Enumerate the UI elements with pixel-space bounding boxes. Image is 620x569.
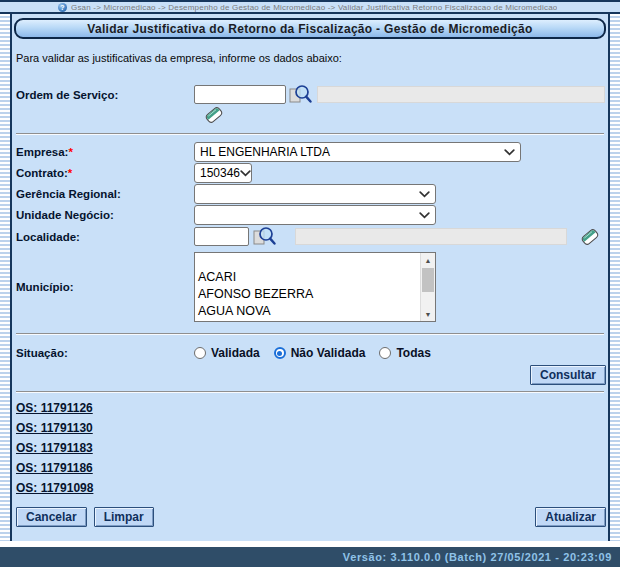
chevron-down-icon	[240, 170, 251, 177]
radio-option-nao-validada[interactable]: Não Validada	[274, 346, 366, 360]
ordem-servico-label: Ordem de Serviço:	[14, 84, 194, 101]
radio-option-validada[interactable]: Validada	[194, 346, 260, 360]
radio-option-todas[interactable]: Todas	[379, 346, 430, 360]
instruction-text: Para validar as justificativas da empres…	[16, 52, 606, 64]
municipio-row: Município: ACARI AFONSO BEZERRA AGUA NOV…	[14, 252, 606, 322]
ordem-servico-input[interactable]	[194, 85, 286, 104]
localidade-input[interactable]	[194, 227, 249, 246]
radio-selected-icon[interactable]	[274, 347, 286, 359]
situacao-row: Situação: Validada Não Validada Todas	[14, 343, 606, 363]
gerencia-regional-select[interactable]	[194, 184, 436, 204]
municipio-option[interactable]	[198, 254, 432, 269]
radio-label[interactable]: Validada	[211, 346, 260, 360]
contrato-label-text: Contrato:	[16, 167, 68, 179]
left-decorative-strip	[0, 14, 12, 541]
os-link[interactable]: OS: 11791130	[16, 418, 93, 438]
bottom-buttons-row: Cancelar Limpar Atualizar	[14, 507, 606, 527]
localidade-row: Localidade:	[14, 226, 606, 247]
section-divider-3	[16, 391, 604, 393]
right-decorative-strip	[608, 14, 620, 541]
gsan-page: ? Gsan -> Micromedicao -> Desempenho de …	[0, 0, 620, 569]
unidade-negocio-select[interactable]	[194, 205, 436, 225]
os-results-list: OS: 11791126 OS: 11791130 OS: 11791183 O…	[14, 398, 606, 498]
contrato-required-mark: *	[68, 167, 72, 179]
gerencia-regional-row: Gerência Regional:	[14, 184, 606, 204]
eraser-icon[interactable]	[580, 227, 600, 247]
unidade-negocio-row: Unidade Negócio:	[14, 205, 606, 225]
empresa-label-text: Empresa:	[16, 146, 68, 158]
radio-unselected-icon[interactable]	[194, 347, 206, 359]
section-divider-2	[16, 333, 604, 335]
situacao-radio-group: Validada Não Validada Todas	[194, 346, 431, 360]
os-link[interactable]: OS: 11791186	[16, 458, 93, 478]
eraser-icon[interactable]	[204, 105, 224, 125]
limpar-button[interactable]: Limpar	[94, 507, 154, 527]
breadcrumb: Gsan -> Micromedicao -> Desempenho de Ge…	[71, 3, 557, 12]
consultar-row: Consultar	[14, 365, 606, 385]
empresa-selected-value: HL ENGENHARIA LTDA	[200, 145, 330, 159]
municipio-option[interactable]: AFONSO BEZERRA	[198, 286, 432, 303]
breadcrumb-bar: ? Gsan -> Micromedicao -> Desempenho de …	[0, 2, 620, 14]
municipio-listbox[interactable]: ACARI AFONSO BEZERRA AGUA NOVA ▲ ▼	[194, 252, 436, 322]
scroll-down-icon[interactable]: ▼	[421, 307, 435, 321]
os-link[interactable]: OS: 11791183	[16, 438, 93, 458]
form-content: Validar Justificativa do Retorno da Fisc…	[12, 14, 608, 541]
search-icon[interactable]	[288, 84, 312, 105]
ordem-servico-row: Ordem de Serviço:	[14, 84, 606, 125]
localidade-description-field	[295, 228, 567, 245]
contrato-row: Contrato:* 150346	[14, 163, 606, 183]
os-link[interactable]: OS: 11791126	[16, 398, 93, 418]
scroll-up-icon[interactable]: ▲	[421, 253, 435, 267]
help-icon[interactable]: ?	[58, 3, 67, 12]
chevron-down-icon	[419, 191, 430, 198]
contrato-label: Contrato:*	[14, 167, 194, 179]
ordem-servico-controls	[194, 84, 605, 125]
scrollbar-thumb[interactable]	[422, 268, 434, 292]
radio-unselected-icon[interactable]	[379, 347, 391, 359]
contrato-selected-value: 150346	[200, 166, 240, 180]
radio-label[interactable]: Todas	[396, 346, 430, 360]
radio-label[interactable]: Não Validada	[291, 346, 366, 360]
page-title: Validar Justificativa do Retorno da Fisc…	[14, 18, 606, 39]
localidade-label: Localidade:	[14, 231, 194, 243]
municipio-label: Município:	[14, 281, 194, 293]
section-divider-1	[16, 133, 604, 135]
listbox-scrollbar[interactable]: ▲ ▼	[420, 253, 435, 321]
situacao-label: Situação:	[14, 347, 194, 359]
contrato-select[interactable]: 150346	[194, 163, 252, 183]
search-icon[interactable]	[252, 226, 276, 247]
gerencia-regional-label: Gerência Regional:	[14, 188, 194, 200]
atualizar-button[interactable]: Atualizar	[535, 507, 606, 527]
empresa-label: Empresa:*	[14, 146, 194, 158]
empresa-row: Empresa:* HL ENGENHARIA LTDA	[14, 142, 606, 162]
os-link[interactable]: OS: 11791098	[16, 478, 93, 498]
version-text: Versão: 3.110.0.0 (Batch) 27/05/2021 - 2…	[343, 551, 612, 563]
municipio-option[interactable]: AGUA NOVA	[198, 303, 432, 320]
ordem-servico-description-field	[317, 86, 605, 103]
chevron-down-icon	[504, 149, 515, 156]
main-frame: Validar Justificativa do Retorno da Fisc…	[0, 14, 620, 541]
empresa-required-mark: *	[68, 146, 72, 158]
cancelar-button[interactable]: Cancelar	[16, 507, 87, 527]
empresa-select[interactable]: HL ENGENHARIA LTDA	[194, 142, 521, 162]
unidade-negocio-label: Unidade Negócio:	[14, 209, 194, 221]
chevron-down-icon	[419, 212, 430, 219]
consultar-button[interactable]: Consultar	[530, 365, 606, 385]
municipio-option[interactable]: ACARI	[198, 269, 432, 286]
footer-bar: Versão: 3.110.0.0 (Batch) 27/05/2021 - 2…	[0, 547, 620, 567]
